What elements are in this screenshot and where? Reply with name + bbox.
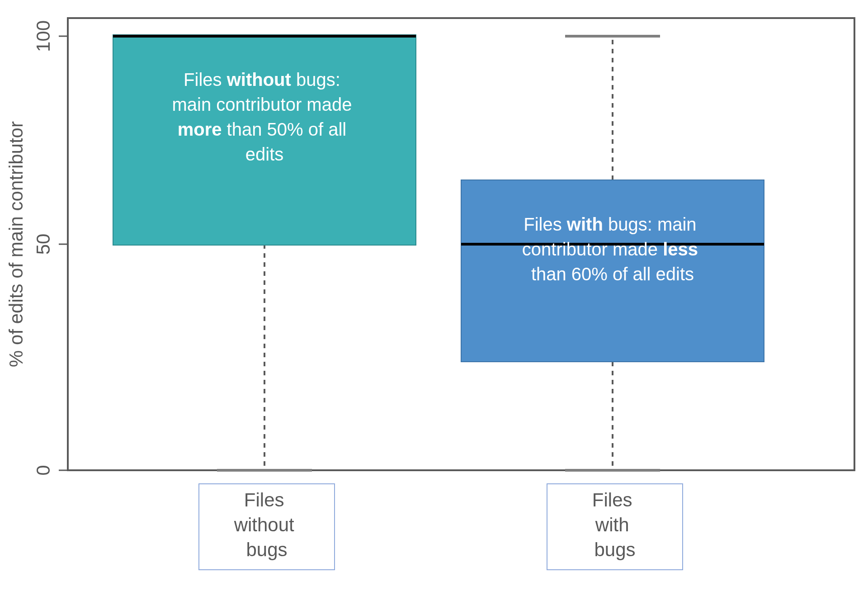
box-with-bugs: Files with bugs: main contributor made l… xyxy=(461,36,764,470)
y-axis-label: % of edits of main contributor xyxy=(5,121,27,367)
x-category-without: Files without bugs xyxy=(199,484,335,570)
svg-rect-5 xyxy=(113,35,416,245)
y-tick-0: 0 xyxy=(33,465,54,475)
annot-with: Files with bugs: main contributor made l… xyxy=(522,214,703,284)
box-without-bugs: Files without bugs: main contributor mad… xyxy=(113,35,416,470)
svg-text:Files
      with
      bugs: Files with bugs xyxy=(592,489,637,560)
y-axis: 0 50 100 xyxy=(33,20,68,476)
x-category-with: Files with bugs xyxy=(547,484,683,570)
y-tick-2: 100 xyxy=(33,20,54,52)
boxplot-chart: 0 50 100 % of edits of main contributor … xyxy=(0,0,868,591)
y-tick-1: 50 xyxy=(33,234,54,255)
